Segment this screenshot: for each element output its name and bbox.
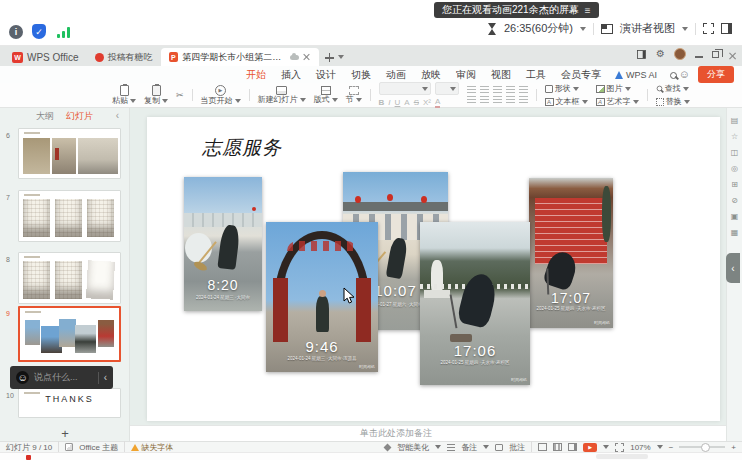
- zoom-slider[interactable]: [679, 446, 725, 448]
- menu-transition[interactable]: 切换: [350, 67, 372, 83]
- beautify-button[interactable]: 智能美化: [397, 442, 429, 453]
- notes-bar[interactable]: 单击此处添加备注: [130, 425, 726, 441]
- menu-insert[interactable]: 插入: [280, 67, 302, 83]
- picture-button[interactable]: 图片: [596, 83, 639, 94]
- find-button[interactable]: 查找: [656, 83, 690, 94]
- line-spacing-icon[interactable]: [519, 86, 528, 94]
- timer-dropdown-caret[interactable]: [580, 27, 586, 31]
- font-color-button[interactable]: A: [435, 97, 440, 108]
- zoom-in-button[interactable]: +: [731, 443, 736, 452]
- underline-button[interactable]: U: [395, 98, 401, 107]
- slide-thumbnail-7[interactable]: [18, 190, 121, 242]
- justify-icon[interactable]: [506, 96, 515, 104]
- menu-view[interactable]: 视图: [490, 67, 512, 83]
- align-right-icon[interactable]: [493, 96, 502, 104]
- cut-icon[interactable]: ✂: [176, 91, 184, 100]
- font-name-select[interactable]: [379, 82, 431, 95]
- tab-promo[interactable]: 投稿有糖吃: [87, 48, 161, 66]
- slide-thumbnail-6[interactable]: [18, 128, 121, 179]
- menu-member[interactable]: 会员专享: [560, 67, 602, 83]
- textbox-button[interactable]: A 文本框: [545, 96, 588, 107]
- photo-sweeping-snow[interactable]: 8:20 2024-01-24 星期三 ·大同市: [184, 177, 262, 311]
- fullscreen-icon[interactable]: [703, 23, 714, 34]
- menu-tools[interactable]: 工具: [525, 67, 547, 83]
- font-size-select[interactable]: [435, 82, 459, 95]
- beautify-caret[interactable]: [435, 445, 441, 449]
- shapes-button[interactable]: 形状: [545, 83, 588, 94]
- feedback-smiley-icon[interactable]: ☺: [679, 69, 690, 80]
- meeting-timer[interactable]: 26:35(60分钟): [504, 21, 573, 36]
- play-from-current-button[interactable]: ▶ 当页开始: [201, 85, 241, 105]
- properties-icon[interactable]: ▤: [731, 116, 739, 125]
- slide-thumbnail-8[interactable]: [18, 252, 121, 304]
- panel-icon[interactable]: ◫: [731, 148, 739, 157]
- meeting-chat-bar[interactable]: ☺ 说点什么... ‹: [10, 366, 113, 389]
- slideshow-play-button[interactable]: ▶: [583, 443, 597, 452]
- missing-fonts-warning[interactable]: 缺失字体: [131, 442, 173, 453]
- slide-title[interactable]: 志愿服务: [202, 135, 282, 161]
- presenter-view-button[interactable]: 演讲者视图: [620, 21, 675, 36]
- zoom-caret[interactable]: [657, 445, 663, 449]
- section-button[interactable]: 节: [346, 86, 362, 104]
- slides-tab[interactable]: 幻灯片: [66, 110, 93, 123]
- align-center-icon[interactable]: [480, 96, 489, 104]
- security-shield-icon[interactable]: ✓: [32, 24, 46, 39]
- window-restore-icon[interactable]: [712, 51, 719, 58]
- photo-bulletin-board[interactable]: 17:07 2024-01-25 星期四 ·天水市·麦积区 时间相机: [529, 178, 613, 328]
- bullets-icon[interactable]: [467, 86, 476, 94]
- side-panel-icon[interactable]: [721, 23, 732, 34]
- comments-toggle[interactable]: 批注: [509, 442, 525, 453]
- fit-window-icon[interactable]: [615, 443, 624, 452]
- numbering-icon[interactable]: [480, 86, 489, 94]
- search-icon[interactable]: [670, 72, 677, 79]
- wps-ai-button[interactable]: WPS AI: [615, 70, 657, 80]
- replace-button[interactable]: 替换: [656, 96, 690, 107]
- slide-thumbnail-9-selected[interactable]: [18, 306, 121, 362]
- menu-slideshow[interactable]: 放映: [420, 67, 442, 83]
- italic-button[interactable]: I: [388, 98, 390, 107]
- calendar-icon[interactable]: ▦: [731, 228, 739, 237]
- notes-toggle[interactable]: 备注: [461, 442, 477, 453]
- slide-thumbnail-10[interactable]: THANKS: [18, 388, 121, 418]
- strikethrough-button[interactable]: S: [414, 98, 419, 107]
- sorter-view-icon[interactable]: [553, 443, 562, 451]
- theme-name[interactable]: Office 主题: [79, 442, 118, 453]
- new-slide-button[interactable]: 新建幻灯片: [258, 86, 306, 104]
- photo-park-statue[interactable]: 17:06 2024-01-25 星期四 ·天水市·麦积区 时间相机: [420, 222, 530, 385]
- comment-icon[interactable]: ▣: [731, 212, 739, 221]
- panel-collapse-icon[interactable]: ‹: [116, 110, 119, 121]
- chat-input-placeholder[interactable]: 说点什么...: [34, 371, 93, 384]
- notes-caret[interactable]: [483, 445, 489, 449]
- reading-view-icon[interactable]: [568, 443, 577, 451]
- emoji-icon[interactable]: ☺: [16, 371, 29, 384]
- window-close-icon[interactable]: [728, 51, 737, 60]
- columns-icon[interactable]: [519, 96, 528, 104]
- bold-button[interactable]: B: [379, 98, 385, 107]
- settings-gear-icon[interactable]: ⚙: [656, 49, 665, 59]
- menu-design[interactable]: 设计: [315, 67, 337, 83]
- new-tab-icon[interactable]: [325, 53, 334, 62]
- copy-button[interactable]: 复制: [144, 85, 168, 105]
- font-a-button[interactable]: A: [404, 98, 409, 107]
- menu-home[interactable]: 开始: [245, 67, 267, 83]
- menu-review[interactable]: 审阅: [455, 67, 477, 83]
- resource-icon[interactable]: ◎: [731, 164, 738, 173]
- chat-collapse-icon[interactable]: ‹: [104, 372, 107, 383]
- indent-decrease-icon[interactable]: [493, 86, 502, 94]
- view-dropdown-caret[interactable]: [682, 27, 688, 31]
- tab-presentation-active[interactable]: P 第四学期长市小组第二周具体..: [161, 48, 319, 66]
- share-button[interactable]: 分享: [698, 66, 734, 83]
- grid-icon[interactable]: ⊞: [731, 180, 738, 189]
- align-left-icon[interactable]: [467, 96, 476, 104]
- outline-tab[interactable]: 大纲: [36, 110, 54, 123]
- menu-animation[interactable]: 动画: [385, 67, 407, 83]
- add-slide-button[interactable]: +: [0, 426, 130, 441]
- window-minimize-icon[interactable]: [695, 56, 703, 58]
- zoom-out-button[interactable]: −: [669, 443, 674, 452]
- sidebar-toggle-icon[interactable]: [637, 50, 646, 59]
- normal-view-icon[interactable]: [538, 443, 547, 451]
- notification-menu-icon[interactable]: ≡: [585, 5, 591, 16]
- layout-button[interactable]: 版式: [314, 86, 338, 104]
- sidebar-collapse-handle[interactable]: ‹: [726, 253, 740, 283]
- superscript-button[interactable]: X²: [423, 98, 431, 107]
